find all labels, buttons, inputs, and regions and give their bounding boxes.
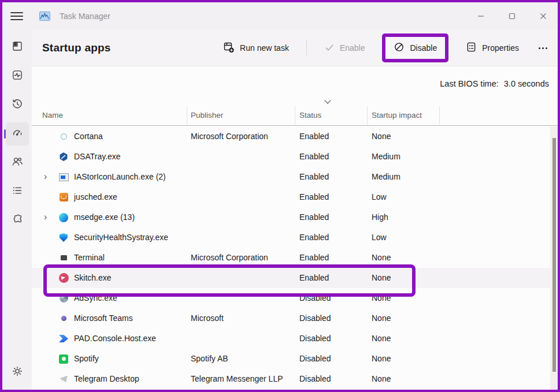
table-row[interactable]: › Skitch.exe Enabled None xyxy=(32,268,558,288)
table-row[interactable]: › PAD.Console.Host.exe Disabled None xyxy=(32,328,558,349)
last-bios-value: 3.0 seconds xyxy=(504,79,549,88)
sidebar-item-processes[interactable] xyxy=(6,36,29,59)
navigation-menu-icon[interactable] xyxy=(10,12,23,20)
table-row[interactable]: › Microsoft Teams Microsoft Disabled Non… xyxy=(32,308,558,328)
spotify-icon xyxy=(58,354,69,364)
run-new-task-button[interactable]: Run new task xyxy=(218,38,294,58)
column-divider[interactable] xyxy=(367,106,368,125)
row-publisher: Microsoft Corporation xyxy=(191,248,268,268)
sidebar-item-performance[interactable] xyxy=(6,65,29,88)
sidebar-item-users[interactable] xyxy=(6,151,29,174)
disable-button[interactable]: Disable xyxy=(385,37,445,59)
sidebar-item-details[interactable] xyxy=(6,180,29,203)
column-divider[interactable] xyxy=(295,106,295,125)
close-button[interactable] xyxy=(535,8,552,25)
main-panel: Startup apps Run new task Enable Disable… xyxy=(32,30,558,390)
row-name: jusched.exe xyxy=(74,187,117,207)
table-row[interactable]: › IAStorIconLaunch.exe (2) Enabled Mediu… xyxy=(32,167,558,187)
edge-icon xyxy=(58,212,69,223)
row-name: Skitch.exe xyxy=(74,268,112,288)
maximize-button[interactable] xyxy=(503,8,521,25)
settings-gear-icon xyxy=(12,365,23,379)
row-startup-impact: None xyxy=(372,308,391,328)
row-startup-impact: Medium xyxy=(372,167,400,187)
details-icon xyxy=(12,185,23,199)
expand-chevron-icon[interactable]: › xyxy=(44,212,47,222)
adsync-icon xyxy=(58,293,69,304)
row-status: Disabled xyxy=(299,369,331,389)
skitch-icon xyxy=(58,273,69,283)
minimize-button[interactable] xyxy=(472,8,489,25)
row-status: Enabled xyxy=(299,167,329,187)
table-row[interactable]: › Terminal Microsoft Corporation Enabled… xyxy=(32,248,558,268)
row-name: IAStorIconLaunch.exe (2) xyxy=(74,167,166,187)
last-bios-time: Last BIOS time:3.0 seconds xyxy=(440,79,549,88)
cortana-icon xyxy=(58,132,69,142)
sidebar-item-settings[interactable] xyxy=(6,361,29,384)
properties-icon xyxy=(466,42,477,54)
table-row[interactable]: › Telegram Desktop Telegram Messenger LL… xyxy=(32,369,558,389)
performance-icon xyxy=(12,69,23,83)
row-name: PAD.Console.Host.exe xyxy=(74,328,156,349)
shield-icon xyxy=(58,233,69,243)
java-icon xyxy=(58,192,69,203)
properties-label: Properties xyxy=(482,43,519,53)
teams-icon xyxy=(58,313,69,324)
table-body: › Cortana Microsoft Corporation Enabled … xyxy=(32,126,558,389)
column-header-status[interactable]: Status xyxy=(299,105,321,126)
row-startup-impact: None xyxy=(372,126,391,147)
page-title: Startup apps xyxy=(42,42,111,54)
column-header-startup-impact[interactable]: Startup impact xyxy=(372,105,422,126)
row-startup-impact: Low xyxy=(372,187,387,207)
expand-chevron-icon[interactable]: › xyxy=(44,171,47,182)
row-startup-impact: None xyxy=(372,349,391,369)
row-startup-impact: None xyxy=(372,288,391,308)
row-startup-impact: None xyxy=(372,268,391,288)
row-status: Enabled xyxy=(299,248,329,268)
checkmark-icon xyxy=(324,42,335,54)
row-name: Terminal xyxy=(74,248,105,268)
more-options-icon[interactable] xyxy=(536,44,550,53)
column-header-publisher[interactable]: Publisher xyxy=(191,105,223,126)
sidebar-item-services[interactable] xyxy=(6,209,29,232)
row-startup-impact: None xyxy=(372,328,391,349)
row-status: Enabled xyxy=(299,126,329,147)
sidebar-nav xyxy=(2,30,32,390)
vertical-scrollbar[interactable] xyxy=(550,126,558,390)
enable-label: Enable xyxy=(340,43,365,53)
row-startup-impact: None xyxy=(372,248,391,268)
row-status: Disabled xyxy=(299,308,331,328)
column-divider[interactable] xyxy=(187,106,187,125)
table-row[interactable]: › jusched.exe Enabled Low xyxy=(32,187,558,207)
table-header: Name Publisher Status Startup impact xyxy=(32,105,558,126)
table-row[interactable]: › AdSync.exe Disabled None xyxy=(32,288,558,308)
toolbar-divider xyxy=(306,40,307,55)
sidebar-item-startup-apps[interactable] xyxy=(6,122,29,145)
row-status: Enabled xyxy=(299,187,329,207)
column-header-name[interactable]: Name xyxy=(42,105,63,126)
table-row[interactable]: › SecurityHealthSystray.exe Enabled Low xyxy=(32,227,558,248)
scrollbar-thumb[interactable] xyxy=(552,138,556,372)
services-icon xyxy=(12,214,23,227)
row-status: Enabled xyxy=(299,268,329,288)
row-publisher: Telegram Messenger LLP xyxy=(191,369,283,389)
sidebar-item-app-history[interactable] xyxy=(6,94,29,117)
selected-accent-pill xyxy=(4,129,6,139)
enable-button[interactable]: Enable xyxy=(320,39,370,58)
iastor-icon xyxy=(58,172,69,182)
table-row[interactable]: › Cortana Microsoft Corporation Enabled … xyxy=(32,126,558,147)
startup-apps-icon xyxy=(12,127,23,141)
table-row[interactable]: › DSATray.exe Enabled Medium xyxy=(32,147,558,167)
row-startup-impact: None xyxy=(372,369,391,389)
column-divider[interactable] xyxy=(439,106,440,125)
table-row[interactable]: › Spotify Spotify AB Disabled None xyxy=(32,349,558,369)
disable-highlight-box: Disable xyxy=(382,33,448,62)
toolbar: Run new task Enable Disable Properties xyxy=(218,33,550,62)
sort-chevron-down-icon xyxy=(324,97,331,103)
row-name: msedge.exe (13) xyxy=(74,207,135,227)
pad-icon xyxy=(58,334,69,344)
row-status: Disabled xyxy=(299,349,331,369)
row-status: Enabled xyxy=(299,147,329,167)
properties-button[interactable]: Properties xyxy=(461,38,524,58)
table-row[interactable]: › msedge.exe (13) Enabled High xyxy=(32,207,558,227)
